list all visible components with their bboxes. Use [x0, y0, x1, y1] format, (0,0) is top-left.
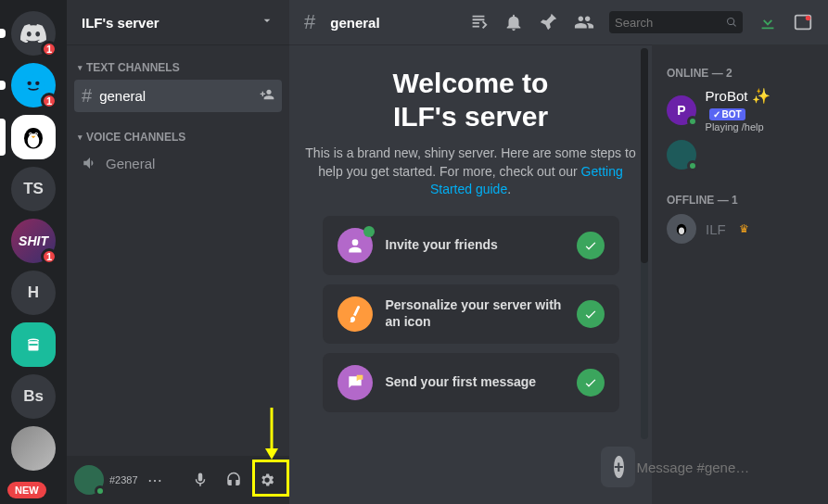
server-item-6[interactable] — [11, 322, 56, 367]
svg-point-1 — [28, 82, 32, 85]
new-badge: NEW — [7, 482, 46, 498]
server-item-5[interactable]: H — [11, 271, 56, 315]
chevron-down-icon — [260, 13, 274, 32]
svg-point-4 — [28, 133, 40, 147]
channel-sidebar: ILF's server ▾ TEXT CHANNELS # general ▾… — [67, 0, 289, 504]
inbox-button[interactable] — [793, 12, 813, 32]
penguin-icon — [673, 220, 690, 237]
chevron-down-icon: ▾ — [78, 132, 83, 142]
penguin-icon — [19, 123, 47, 151]
message-composer: + GIF — [601, 447, 635, 487]
threads-icon — [468, 12, 489, 32]
download-icon — [758, 12, 778, 32]
channel-topbar: # general — [289, 0, 828, 44]
home-badge: 1 — [41, 41, 57, 57]
server-item-4[interactable]: SHIT 1 — [11, 219, 56, 263]
svg-rect-9 — [29, 341, 39, 350]
channel-title: general — [330, 15, 379, 31]
avatar — [667, 214, 696, 244]
welcome-heading: Welcome toILF's server — [304, 67, 637, 133]
check-icon — [577, 369, 605, 397]
user-settings-button[interactable] — [252, 465, 282, 495]
check-icon — [577, 300, 605, 328]
attach-button[interactable]: + — [614, 456, 624, 478]
svg-point-7 — [30, 133, 32, 135]
create-invite-icon[interactable] — [260, 87, 274, 105]
face-icon — [21, 73, 45, 97]
chevron-down-icon: ▾ — [78, 63, 83, 72]
hash-icon: # — [304, 10, 315, 34]
avatar — [667, 140, 696, 170]
status-online-icon — [95, 485, 106, 497]
headphones-icon — [225, 472, 242, 488]
home-button[interactable]: 1 — [11, 11, 56, 56]
server-badge-1: 1 — [41, 93, 57, 109]
gear-icon — [259, 472, 275, 488]
bucket-icon — [23, 334, 44, 355]
user-avatar[interactable] — [74, 465, 104, 495]
notifications-button[interactable] — [503, 12, 524, 32]
sparkle-icon: ✨ — [752, 88, 771, 104]
paint-icon — [332, 291, 377, 336]
crown-icon: ♛ — [739, 222, 749, 235]
more-icon[interactable]: ⋯ — [147, 472, 162, 489]
people-icon — [574, 12, 594, 32]
card-invite-friends[interactable]: Invite your friends — [323, 216, 619, 275]
bell-icon — [503, 12, 524, 32]
svg-rect-10 — [29, 344, 37, 346]
members-online-header: ONLINE — 2 — [659, 59, 821, 83]
card-personalize[interactable]: Personalize your server with an icon — [323, 284, 619, 344]
member-status: Playing /help — [706, 121, 813, 132]
member-list-button[interactable] — [574, 12, 594, 32]
deafen-button[interactable] — [219, 465, 248, 495]
main-area: # general Welcome toILF's server This is… — [289, 0, 828, 504]
discord-logo-icon — [20, 24, 46, 43]
member-ilf[interactable]: ILF ♛ — [659, 210, 821, 247]
pin-icon — [539, 12, 559, 32]
svg-point-12 — [806, 16, 811, 21]
avatar: P — [667, 95, 696, 125]
search-icon — [726, 16, 737, 29]
svg-point-2 — [35, 82, 39, 85]
chat-icon — [338, 365, 373, 400]
server-badge-4: 1 — [41, 248, 57, 265]
svg-point-8 — [35, 133, 37, 135]
category-text-channels[interactable]: ▾ TEXT CHANNELS — [74, 57, 282, 78]
chat-scrollbar[interactable] — [641, 48, 648, 439]
hash-icon: # — [82, 85, 92, 107]
voice-channel-general[interactable]: General — [74, 149, 282, 177]
members-offline-header: OFFLINE — 1 — [659, 186, 821, 210]
download-button[interactable] — [758, 12, 778, 32]
welcome-body: This is a brand new, shiny server. Here … — [304, 145, 637, 199]
speaker-icon — [82, 155, 98, 171]
user-panel: #2387 ⋯ — [67, 456, 289, 504]
message-input[interactable] — [637, 460, 813, 475]
microphone-icon — [192, 472, 209, 488]
member-self[interactable] — [659, 136, 821, 173]
invite-icon — [338, 228, 373, 263]
server-item-7[interactable]: Bs — [11, 374, 56, 419]
member-probot[interactable]: P ProBot ✨ ✓BOT Playing /help — [659, 83, 821, 136]
search-input[interactable] — [615, 16, 722, 30]
server-item-1[interactable]: 1 — [11, 63, 56, 107]
member-list: ONLINE — 2 P ProBot ✨ ✓BOT Playing /help — [652, 44, 828, 504]
check-icon — [577, 232, 605, 259]
bot-tag: ✓BOT — [709, 108, 745, 120]
category-voice-channels[interactable]: ▾ VOICE CHANNELS — [74, 127, 282, 147]
search-box[interactable] — [609, 11, 743, 33]
server-item-8[interactable] — [11, 426, 56, 471]
svg-point-0 — [22, 74, 45, 96]
user-discriminator: #2387 — [109, 474, 138, 485]
server-name: ILF's server — [82, 15, 159, 31]
server-rail: 1 1 TS SHIT 1 H Bs NEW — [0, 0, 67, 504]
chat-area: Welcome toILF's server This is a brand n… — [289, 44, 652, 504]
channel-general[interactable]: # general — [74, 80, 282, 112]
server-header[interactable]: ILF's server — [67, 0, 289, 44]
pinned-button[interactable] — [539, 12, 559, 32]
server-item-3[interactable]: TS — [11, 167, 56, 211]
card-send-message[interactable]: Send your first message — [323, 353, 619, 412]
server-item-2[interactable] — [11, 115, 56, 159]
svg-point-14 — [679, 228, 684, 235]
threads-button[interactable] — [468, 12, 489, 32]
mute-button[interactable] — [185, 465, 215, 495]
